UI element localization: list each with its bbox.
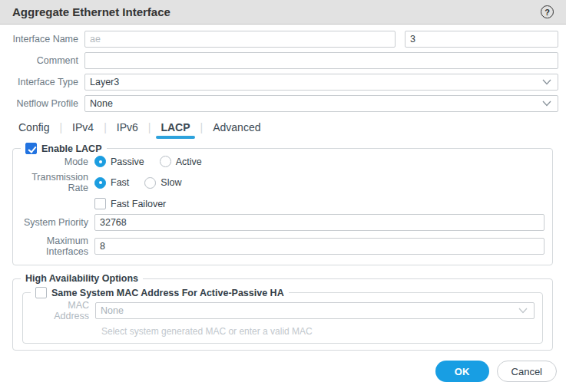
mac-address-hint: Select system generated MAC or enter a v…	[101, 326, 535, 337]
enable-lacp-legend: Enable LACP	[21, 143, 107, 154]
mode-option-active-label[interactable]: Active	[176, 156, 202, 167]
cancel-button[interactable]: Cancel	[497, 361, 557, 382]
transmission-rate-option-slow-label[interactable]: Slow	[161, 177, 181, 188]
netflow-profile-value: None	[90, 98, 113, 109]
enable-lacp-label[interactable]: Enable LACP	[41, 143, 102, 154]
maximum-interfaces-row: Maximum Interfaces	[21, 236, 544, 257]
interface-name-input[interactable]	[84, 31, 396, 48]
same-system-mac-fieldset: Same System MAC Address For Active-Passi…	[22, 287, 543, 344]
high-availability-fieldset: High Availability Options Same System MA…	[12, 273, 553, 351]
comment-label: Comment	[0, 55, 84, 66]
tab-lacp[interactable]: LACP	[156, 120, 194, 135]
same-system-mac-label[interactable]: Same System MAC Address For Active-Passi…	[51, 288, 284, 298]
transmission-rate-label: Transmission Rate	[21, 172, 94, 193]
transmission-rate-row: Transmission Rate Fast Slow	[21, 172, 544, 193]
same-system-mac-checkbox[interactable]	[35, 287, 47, 298]
mode-radio-active[interactable]	[160, 156, 171, 167]
mode-option-passive-label[interactable]: Passive	[111, 156, 144, 167]
dialog-titlebar: Aggregate Ethernet Interface ?	[0, 0, 566, 25]
system-priority-label: System Priority	[21, 217, 94, 228]
help-icon[interactable]: ?	[541, 5, 554, 18]
tab-separator	[148, 121, 151, 133]
netflow-profile-label: Netflow Profile	[0, 98, 84, 109]
dialog-footer: OK Cancel	[435, 361, 557, 382]
dialog-title: Aggregate Ethernet Interface	[12, 5, 170, 18]
fast-failover-label[interactable]: Fast Failover	[111, 199, 166, 209]
tab-advanced[interactable]: Advanced	[208, 120, 265, 135]
same-system-mac-legend: Same System MAC Address For Active-Passi…	[31, 287, 289, 298]
mac-address-label: MAC Address	[31, 300, 95, 321]
chevron-down-icon	[542, 100, 551, 107]
mode-radio-passive[interactable]	[94, 156, 106, 167]
tab-ipv4[interactable]: IPv4	[68, 120, 98, 135]
interface-type-row: Interface Type Layer3	[0, 74, 558, 91]
transmission-rate-option-fast-label[interactable]: Fast	[111, 177, 129, 188]
high-availability-label: High Availability Options	[25, 273, 138, 284]
mode-label: Mode	[21, 156, 94, 167]
system-priority-input[interactable]	[94, 214, 544, 231]
enable-lacp-checkbox[interactable]	[25, 143, 37, 154]
interface-type-select[interactable]: Layer3	[84, 74, 558, 91]
tab-separator	[59, 121, 62, 133]
transmission-rate-radio-slow[interactable]	[144, 177, 156, 189]
interface-name-row: Interface Name	[0, 31, 558, 48]
mac-address-value: None	[101, 305, 124, 316]
mac-address-row: MAC Address None	[31, 300, 535, 321]
dialog-body: Interface Name Comment Interface Type La…	[0, 25, 566, 351]
system-priority-row: System Priority	[21, 214, 544, 231]
tab-separator	[200, 121, 204, 133]
ok-button[interactable]: OK	[435, 361, 489, 382]
mode-row: Mode Passive Active	[21, 156, 544, 167]
comment-input[interactable]	[84, 52, 558, 69]
fast-failover-checkbox[interactable]	[94, 198, 106, 209]
mac-address-select[interactable]: None	[95, 302, 535, 319]
interface-type-value: Layer3	[90, 77, 119, 87]
interface-type-label: Interface Type	[0, 77, 84, 87]
chevron-down-icon	[542, 79, 551, 85]
maximum-interfaces-input[interactable]	[94, 238, 544, 255]
chevron-down-icon	[518, 308, 528, 314]
interface-number-input[interactable]	[405, 31, 558, 48]
high-availability-legend: High Availability Options	[21, 273, 143, 284]
tab-ipv6[interactable]: IPv6	[112, 120, 143, 135]
interface-name-label: Interface Name	[0, 34, 84, 44]
tab-bar: Config IPv4 IPv6 LACP Advanced	[14, 120, 558, 135]
tab-config[interactable]: Config	[14, 120, 54, 135]
transmission-rate-radio-fast[interactable]	[94, 177, 106, 189]
enable-lacp-fieldset: Enable LACP Mode Passive Active Transmis…	[12, 143, 553, 265]
netflow-profile-select[interactable]: None	[84, 95, 558, 112]
tab-separator	[104, 121, 107, 133]
netflow-profile-row: Netflow Profile None	[0, 95, 558, 112]
fast-failover-row: Fast Failover	[21, 198, 544, 209]
comment-row: Comment	[0, 52, 558, 69]
maximum-interfaces-label: Maximum Interfaces	[21, 236, 94, 257]
